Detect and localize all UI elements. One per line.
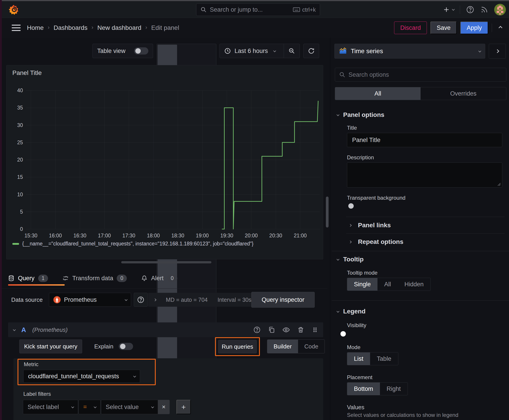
time-range-picker[interactable]: Last 6 hours [220,48,284,54]
code-option[interactable]: Code [298,340,325,353]
builder-option[interactable]: Builder [267,340,298,353]
divider [346,233,504,233]
tab-transform-data[interactable]: Transform data 0 [62,270,127,286]
grafana-logo-icon[interactable] [8,4,19,15]
tab-overrides[interactable]: Overrides [421,87,506,100]
section-divider [332,300,509,301]
chevron-down-icon [133,375,136,377]
legend-placement-bottom[interactable]: Bottom [347,382,380,395]
series-label[interactable]: {__name__="cloudflared_tunnel_total_requ… [22,241,253,247]
chevron-right-icon [153,298,156,301]
select-value-dropdown[interactable]: Select value [101,400,158,414]
operator-dropdown[interactable]: = [79,400,100,414]
user-avatar[interactable] [494,4,506,15]
breadcrumb-home[interactable]: Home [27,24,44,31]
select-label-dropdown[interactable]: Select label [23,400,78,414]
query-row-datasource: (Prometheus) [32,326,68,333]
tooltip-header[interactable]: Tooltip [337,256,364,263]
metric-select[interactable]: cloudflared_tunnel_total_requests [23,370,140,383]
legend-mode-list[interactable]: List [347,352,370,365]
legend-placement-right[interactable]: Right [380,382,408,395]
breadcrumb-dashboards[interactable]: Dashboards [54,24,88,31]
svg-text:19:30: 19:30 [220,233,233,239]
query-inspector-button[interactable]: Query inspector [251,292,315,308]
run-queries-button[interactable]: Run queries [218,340,257,353]
panel-links-header[interactable]: Panel links [349,222,391,229]
chevron-down-icon [71,405,74,408]
toggle-visibility-icon[interactable] [282,326,290,334]
chart-legend[interactable]: {__name__="cloudflared_tunnel_total_requ… [12,241,253,247]
description-textarea[interactable] [347,162,502,188]
table-view-toggle[interactable] [134,47,148,54]
query-row-header[interactable]: A (Prometheus) [8,322,323,337]
datasource-help-button[interactable] [134,293,148,307]
panel-options-header[interactable]: Panel options [337,111,384,119]
collapse-query-icon[interactable] [13,328,16,331]
menu-toggle-button[interactable] [12,25,21,31]
svg-text:10: 10 [17,192,23,197]
editor-tabs: Query 1 Transform data 0 Alert 0 [8,270,177,286]
duplicate-query-icon[interactable] [268,326,275,333]
save-button[interactable]: Save [430,22,457,34]
panel-actions: Discard Save Apply [394,22,505,34]
zoom-out-button[interactable] [284,44,300,58]
refresh-button[interactable] [304,44,319,58]
add-filter-button[interactable]: + [176,400,191,414]
window-top-edge [0,0,509,1]
legend-header[interactable]: Legend [337,308,365,315]
collapse-header-button[interactable] [495,26,505,29]
table-view-label: Table view [97,48,125,54]
collapse-options-pane-button[interactable] [489,44,506,59]
metric-value: cloudflared_tunnel_total_requests [28,373,119,380]
transparent-background-label: Transparent background [347,195,406,201]
interval: Interval = 30s [218,297,251,303]
help-button[interactable] [466,5,474,14]
delete-query-icon[interactable] [297,326,304,333]
explain-toggle[interactable] [119,343,133,350]
tab-query[interactable]: Query 1 [8,270,48,286]
panel-resize-handle[interactable] [121,261,211,263]
svg-text:16:30: 16:30 [73,233,86,239]
add-menu-button[interactable] [443,6,454,13]
kick-start-query-button[interactable]: Kick start your query [19,339,82,353]
options-search-input[interactable]: Search options [335,68,506,82]
visualization-picker[interactable]: Time series [334,44,485,59]
discard-button[interactable]: Discard [394,22,427,34]
svg-text:30: 30 [17,122,23,128]
tab-all[interactable]: All [335,87,421,100]
search-placeholder: Search or jump to... [210,6,290,13]
breadcrumb-new-dashboard[interactable]: New dashboard [97,24,141,31]
metric-label: Metric [24,361,38,368]
scrollbar-thumb[interactable] [326,196,328,227]
visualization-value: Time series [351,48,474,55]
query-help-icon[interactable] [253,326,261,334]
tooltip-all-option[interactable]: All [378,278,398,291]
resize-handle-icon[interactable] [497,182,501,186]
svg-text:5: 5 [20,209,23,215]
tooltip-hidden-option[interactable]: Hidden [398,278,430,291]
time-series-chart[interactable]: 051015202530354015:3016:0016:3017:0017:3… [8,87,322,244]
explain-label: Explain [94,343,113,350]
nav-divider [460,5,460,14]
panel-title-input[interactable]: Panel Title [347,133,502,147]
chevron-down-icon [94,405,97,408]
series-color-swatch [12,243,19,245]
tab-alert[interactable]: Alert 0 [141,270,177,286]
tooltip-mode-label: Tooltip mode [347,270,378,276]
svg-text:15:30: 15:30 [24,233,38,239]
builder-code-segmented: Builder Code [267,339,325,353]
data-source-select[interactable]: Prometheus [49,293,131,307]
drag-handle-icon[interactable] [311,326,318,333]
svg-text:40: 40 [17,88,23,93]
top-nav: Search or jump to... ctrl+k [2,1,509,18]
tooltip-single-option[interactable]: Single [347,278,378,291]
legend-mode-table[interactable]: Table [370,352,398,365]
remove-filter-button[interactable]: × [158,400,170,414]
global-search-input[interactable]: Search or jump to... ctrl+k [196,3,320,16]
news-button[interactable] [480,6,488,14]
apply-button[interactable]: Apply [460,22,488,34]
repeat-options-header[interactable]: Repeat options [349,238,403,246]
query-row-actions [253,326,318,334]
bell-icon [141,275,147,281]
chevron-right-icon [349,224,352,227]
